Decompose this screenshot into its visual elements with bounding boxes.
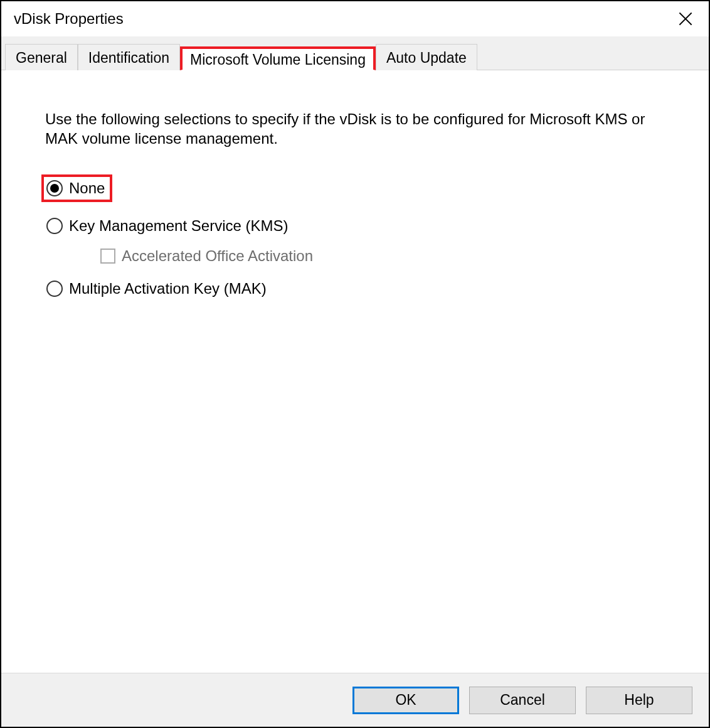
checkbox-accelerated-office[interactable]: Accelerated Office Activation <box>100 247 665 265</box>
checkbox-label-accelerated: Accelerated Office Activation <box>122 247 313 265</box>
dialog-footer: OK Cancel Help <box>1 673 709 727</box>
cancel-button[interactable]: Cancel <box>469 687 576 714</box>
description-text: Use the following selections to specify … <box>45 109 647 148</box>
tab-auto-update[interactable]: Auto Update <box>376 44 477 70</box>
radio-option-kms[interactable]: Key Management Service (KMS) <box>46 217 665 235</box>
radio-label-kms: Key Management Service (KMS) <box>69 217 288 235</box>
help-button[interactable]: Help <box>586 687 692 714</box>
radio-option-none[interactable]: None <box>41 174 112 202</box>
titlebar: vDisk Properties <box>1 1 709 36</box>
tab-content: Use the following selections to specify … <box>1 70 709 673</box>
close-button[interactable] <box>671 4 700 33</box>
tab-strip: General Identification Microsoft Volume … <box>1 36 709 70</box>
radio-icon <box>46 281 63 297</box>
radio-icon <box>46 218 63 234</box>
radio-option-mak[interactable]: Multiple Activation Key (MAK) <box>46 280 665 297</box>
close-icon <box>679 12 692 26</box>
radio-label-mak: Multiple Activation Key (MAK) <box>69 280 267 297</box>
tab-volume-licensing[interactable]: Microsoft Volume Licensing <box>180 46 376 70</box>
licensing-radio-group: None Key Management Service (KMS) Accele… <box>64 174 665 297</box>
window-title: vDisk Properties <box>14 10 124 28</box>
checkbox-icon <box>100 249 115 264</box>
radio-selected-dot <box>50 184 59 193</box>
dialog-window: vDisk Properties General Identification … <box>0 0 710 728</box>
ok-button[interactable]: OK <box>352 687 459 714</box>
radio-label-none: None <box>69 179 105 197</box>
tab-general[interactable]: General <box>5 44 78 70</box>
tab-identification[interactable]: Identification <box>78 44 180 70</box>
radio-icon <box>46 180 63 196</box>
